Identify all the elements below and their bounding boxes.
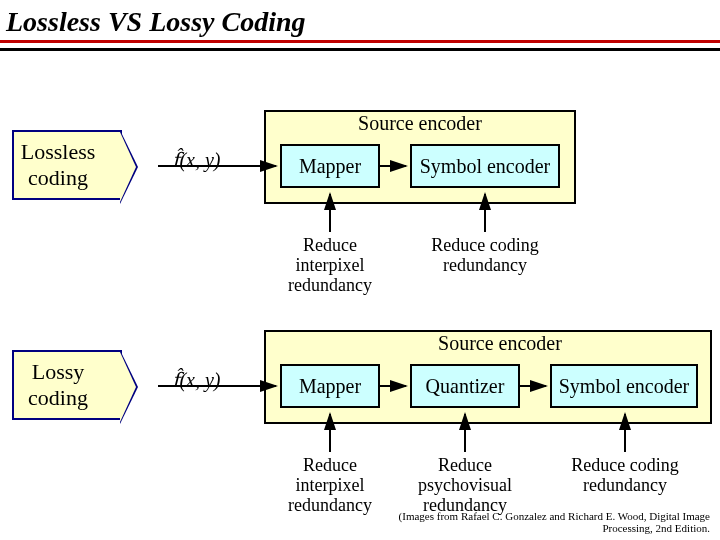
lossy-stage-symbol: Symbol encoder	[550, 364, 698, 408]
lossless-encoder-label: Source encoder	[264, 112, 576, 135]
title-rule	[0, 40, 720, 43]
lossless-stage-symbol: Symbol encoder	[410, 144, 560, 188]
lossless-input: f̂(x, y)	[172, 148, 220, 172]
lossy-caption-1: Reduce psychovisual redundancy	[405, 456, 525, 515]
lossy-encoder-label: Source encoder	[400, 332, 600, 355]
page-title: Lossless VS Lossy Coding	[0, 0, 720, 40]
citation: (Images from Rafael C. Gonzalez and Rich…	[390, 510, 710, 534]
lossless-stage-mapper: Mapper	[280, 144, 380, 188]
lossy-block: Lossy coding	[12, 350, 122, 420]
lossy-caption-2: Reduce coding redundancy	[565, 456, 685, 496]
lossless-caption-1: Reduce coding redundancy	[425, 236, 545, 276]
lossy-stage-mapper: Mapper	[280, 364, 380, 408]
lossy-label: Lossy coding	[28, 359, 88, 411]
lossy-input: f̂(x, y)	[172, 368, 220, 392]
lossless-caption-0: Reduce interpixel redundancy	[270, 236, 390, 295]
lossless-block: Lossless coding	[12, 130, 122, 200]
diagram-canvas: Lossless coding f̂(x, y) Source encoder …	[0, 48, 720, 538]
lossless-label: Lossless coding	[21, 139, 96, 191]
lossy-caption-0: Reduce interpixel redundancy	[270, 456, 390, 515]
lossy-stage-quantizer: Quantizer	[410, 364, 520, 408]
